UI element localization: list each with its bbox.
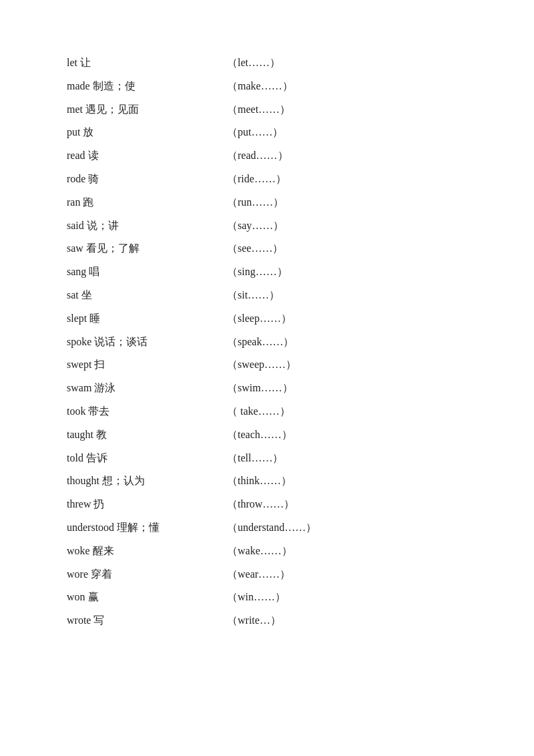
word-row: read 读（read……） xyxy=(67,146,467,166)
word-row: rode 骑（ride……） xyxy=(67,170,467,189)
word-row: swept 扫（sweep……） xyxy=(67,355,467,375)
word-row: won 赢（win……） xyxy=(67,588,467,607)
word-row: swam 游泳（swim……） xyxy=(67,379,467,398)
word-past-tense: read 读 xyxy=(67,146,227,166)
word-row: took 带去（ take……） xyxy=(67,402,467,421)
word-past-tense: ran 跑 xyxy=(67,193,227,212)
word-past-tense: wore 穿着 xyxy=(67,565,227,584)
word-base-form: （say……） xyxy=(227,216,284,236)
word-base-form: （meet……） xyxy=(227,100,290,120)
main-content: let 让（let……）made 制造；使（make……）met 遇见；见面（m… xyxy=(0,0,534,688)
word-row: wrote 写（write…） xyxy=(67,611,467,630)
word-row: ran 跑（run……） xyxy=(67,193,467,212)
word-row: made 制造；使（make……） xyxy=(67,77,467,96)
word-base-form: （sleep……） xyxy=(227,309,292,329)
word-base-form: （sit……） xyxy=(227,286,280,305)
word-base-form: （wear……） xyxy=(227,565,290,584)
word-base-form: （speak……） xyxy=(227,333,294,352)
word-past-tense: took 带去 xyxy=(67,402,227,421)
word-base-form: （understand……） xyxy=(227,518,316,538)
word-base-form: （write…） xyxy=(227,611,281,630)
word-base-form: （throw……） xyxy=(227,495,294,514)
word-row: put 放（put……） xyxy=(67,123,467,142)
word-base-form: （put……） xyxy=(227,123,283,142)
word-row: said 说；讲（say……） xyxy=(67,216,467,236)
word-base-form: （think……） xyxy=(227,471,292,491)
word-row: spoke 说话；谈话（speak……） xyxy=(67,333,467,352)
word-past-tense: threw 扔 xyxy=(67,495,227,514)
word-base-form: （win……） xyxy=(227,588,286,607)
word-base-form: （sweep……） xyxy=(227,355,296,375)
word-past-tense: saw 看见；了解 xyxy=(67,239,227,258)
word-base-form: （see……） xyxy=(227,239,283,258)
word-row: slept 睡（sleep……） xyxy=(67,309,467,329)
word-past-tense: sang 唱 xyxy=(67,262,227,282)
word-past-tense: taught 教 xyxy=(67,425,227,445)
word-row: saw 看见；了解（see……） xyxy=(67,239,467,258)
word-past-tense: made 制造；使 xyxy=(67,77,227,96)
word-row: wore 穿着（wear……） xyxy=(67,565,467,584)
word-past-tense: rode 骑 xyxy=(67,170,227,189)
word-row: taught 教（teach……） xyxy=(67,425,467,445)
word-past-tense: put 放 xyxy=(67,123,227,142)
word-past-tense: said 说；讲 xyxy=(67,216,227,236)
word-row: sat 坐（sit……） xyxy=(67,286,467,305)
word-base-form: （make……） xyxy=(227,77,293,96)
word-row: woke 醒来（wake……） xyxy=(67,542,467,561)
word-base-form: （teach……） xyxy=(227,425,292,445)
word-base-form: （tell……） xyxy=(227,449,283,468)
word-row: told 告诉（tell……） xyxy=(67,449,467,468)
word-past-tense: let 让 xyxy=(67,53,227,73)
word-past-tense: sat 坐 xyxy=(67,286,227,305)
word-base-form: （read……） xyxy=(227,146,288,166)
word-past-tense: swam 游泳 xyxy=(67,379,227,398)
word-past-tense: wrote 写 xyxy=(67,611,227,630)
word-row: thought 想；认为（think……） xyxy=(67,471,467,491)
word-row: understood 理解；懂（understand……） xyxy=(67,518,467,538)
word-past-tense: won 赢 xyxy=(67,588,227,607)
word-base-form: （run……） xyxy=(227,193,284,212)
word-past-tense: understood 理解；懂 xyxy=(67,518,227,538)
word-past-tense: woke 醒来 xyxy=(67,542,227,561)
word-past-tense: swept 扫 xyxy=(67,355,227,375)
word-past-tense: slept 睡 xyxy=(67,309,227,329)
word-base-form: （let……） xyxy=(227,53,280,73)
word-row: sang 唱（sing……） xyxy=(67,262,467,282)
word-past-tense: met 遇见；见面 xyxy=(67,100,227,120)
word-past-tense: told 告诉 xyxy=(67,449,227,468)
word-past-tense: spoke 说话；谈话 xyxy=(67,333,227,352)
word-row: met 遇见；见面（meet……） xyxy=(67,100,467,120)
word-base-form: （ride……） xyxy=(227,170,286,189)
word-base-form: （ take……） xyxy=(227,402,290,421)
word-base-form: （sing……） xyxy=(227,262,288,282)
word-past-tense: thought 想；认为 xyxy=(67,471,227,491)
word-base-form: （swim……） xyxy=(227,379,293,398)
word-row: threw 扔（throw……） xyxy=(67,495,467,514)
word-base-form: （wake……） xyxy=(227,542,292,561)
word-row: let 让（let……） xyxy=(67,53,467,73)
